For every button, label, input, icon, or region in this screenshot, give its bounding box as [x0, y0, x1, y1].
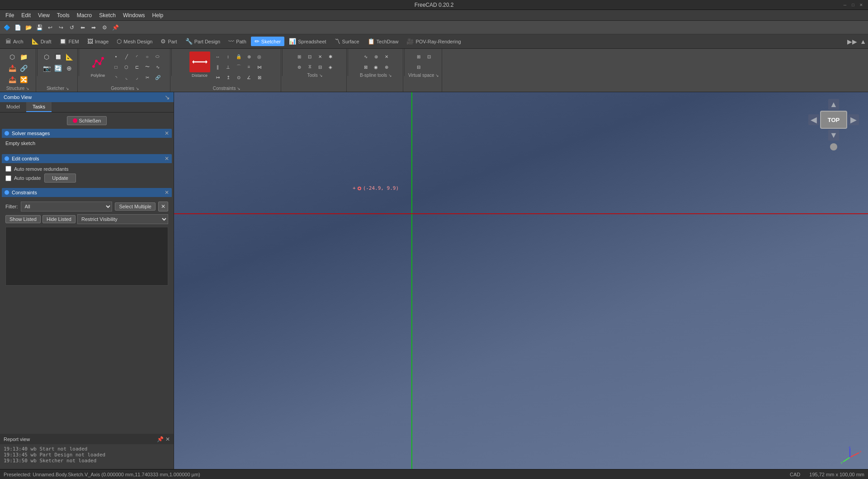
geom-bspline[interactable]: ∿ — [153, 62, 163, 72]
show-listed-button[interactable]: Show Listed — [5, 215, 41, 223]
geom-rect[interactable]: □ — [111, 62, 121, 72]
geom-spline[interactable]: 〜 — [142, 62, 152, 72]
wb-povray[interactable]: 🎥 POV-Ray-Rendering — [403, 37, 464, 46]
con-parallel[interactable]: ∥ — [213, 62, 223, 72]
bsp-btn1[interactable]: ∿ — [361, 52, 371, 61]
sk-btn5[interactable]: 🔄 — [52, 63, 63, 74]
vs-btn1[interactable]: ⊞ — [414, 52, 424, 61]
quick-arrow-fwd[interactable]: ➡ — [89, 23, 99, 33]
geom-arc[interactable]: ◜ — [132, 52, 142, 61]
solver-messages-header[interactable]: Solver messages ✕ — [2, 129, 172, 138]
tool-btn4[interactable]: ✱ — [326, 52, 335, 61]
edit-controls-collapse[interactable]: ✕ — [165, 155, 169, 162]
wb-fem[interactable]: 🔲 FEM — [56, 37, 82, 46]
quick-arrow-back[interactable]: ⬅ — [78, 23, 88, 33]
con-equal[interactable]: = — [244, 62, 254, 72]
wb-spreadsheet[interactable]: 📊 Spreadsheet — [285, 37, 330, 46]
update-button[interactable]: Update — [44, 174, 75, 183]
vs-btn3[interactable]: ⊟ — [414, 62, 424, 72]
hide-listed-button[interactable]: Hide Listed — [42, 215, 75, 223]
con-coincident[interactable]: ⊕ — [244, 52, 254, 61]
report-pin-btn[interactable]: 📌 — [157, 436, 164, 442]
view-top-button[interactable]: TOP — [820, 111, 847, 129]
tool-btn6[interactable]: ⧖ — [305, 62, 315, 72]
wb-surface[interactable]: 〽 Surface — [331, 37, 363, 46]
menu-tools[interactable]: Tools — [53, 11, 73, 19]
quick-undo[interactable]: ↩ — [45, 23, 55, 33]
polyline-button[interactable] — [88, 52, 108, 72]
menu-edit[interactable]: Edit — [18, 11, 34, 19]
con-block[interactable]: ⊠ — [255, 72, 264, 82]
structure-btn4[interactable]: 🔗 — [18, 63, 29, 74]
bsp-btn4[interactable]: ⊠ — [361, 62, 371, 72]
auto-remove-checkbox[interactable] — [5, 166, 11, 172]
minimize-button[interactable]: ─ — [842, 2, 848, 8]
wb-image[interactable]: 🖼 Image — [84, 37, 113, 46]
menu-macro[interactable]: Macro — [73, 11, 95, 19]
combo-view-resize[interactable]: ↘ — [165, 94, 170, 101]
tool-btn5[interactable]: ⊚ — [294, 62, 304, 72]
vs-btn2[interactable]: ⊡ — [424, 52, 434, 61]
tool-btn3[interactable]: ✕ — [315, 52, 325, 61]
quick-open[interactable]: 📂 — [24, 23, 33, 33]
select-multiple-button[interactable]: Select Multiple — [115, 202, 156, 211]
sk-btn2[interactable]: 🔲 — [52, 52, 63, 62]
con-perpendicular[interactable]: ⊥ — [223, 62, 233, 72]
wb-techdraw[interactable]: 📋 TechDraw — [364, 37, 402, 46]
filter-clear-button[interactable]: ✕ — [158, 202, 168, 211]
con-tangent[interactable]: ⌒ — [234, 62, 244, 72]
wb-part[interactable]: ⚙ Part — [157, 37, 180, 46]
geom-polygon[interactable]: ⬡ — [122, 62, 132, 72]
view-cube-dot[interactable] — [830, 143, 837, 150]
quick-new[interactable]: 📄 — [13, 23, 23, 33]
nav-right-arrow[interactable]: ▶ — [848, 114, 859, 125]
con-angle[interactable]: ∠ — [244, 72, 254, 82]
viewport[interactable]: + (-24.9, 9.9) ▲ ◀ TOP ▶ ▼ X — [174, 92, 868, 479]
tool-btn2[interactable]: ⊡ — [305, 52, 315, 61]
nav-up-arrow[interactable]: ▲ — [828, 99, 839, 110]
wb-arch[interactable]: 🏛 Arch — [2, 37, 27, 46]
constraints-collapse[interactable]: ✕ — [165, 189, 169, 196]
geom-line[interactable]: ╱ — [122, 52, 132, 61]
bsp-btn5[interactable]: ◉ — [371, 62, 381, 72]
solver-collapse[interactable]: ✕ — [165, 130, 169, 136]
bsp-btn2[interactable]: ⊛ — [371, 52, 381, 61]
sk-btn1[interactable]: ⬡ — [41, 52, 52, 62]
con-horiz[interactable]: ↔ — [213, 52, 223, 61]
con-symmetric[interactable]: ⋈ — [255, 62, 264, 72]
menu-sketch[interactable]: Sketch — [95, 11, 119, 19]
geom-point[interactable]: • — [111, 52, 121, 61]
quick-redo[interactable]: ↪ — [56, 23, 66, 33]
bsp-btn6[interactable]: ⊕ — [382, 62, 392, 72]
edit-controls-header[interactable]: Edit controls ✕ — [2, 154, 172, 163]
menu-help[interactable]: Help — [149, 11, 167, 19]
geom-arc2[interactable]: ◝ — [111, 72, 121, 82]
con-point-on[interactable]: ◎ — [255, 52, 264, 61]
geom-arc3[interactable]: ◟ — [122, 72, 132, 82]
workbench-more-btn[interactable]: ▶▶ — [847, 38, 857, 45]
tool-btn8[interactable]: ◈ — [326, 62, 335, 72]
con-radius[interactable]: ⊙ — [234, 72, 244, 82]
geom-slot[interactable]: ⊏ — [132, 62, 142, 72]
quick-freecad-icon[interactable]: 🔷 — [2, 23, 12, 33]
report-close-btn[interactable]: ✕ — [165, 436, 170, 442]
nav-left-arrow[interactable]: ◀ — [808, 114, 819, 125]
geom-ellipse[interactable]: ⬭ — [153, 52, 163, 61]
tool-btn1[interactable]: ⊞ — [294, 52, 304, 61]
sk-btn4[interactable]: 📷 — [41, 63, 52, 74]
restrict-visibility-select[interactable]: Restrict Visibility — [77, 214, 168, 224]
bsp-btn3[interactable]: ✕ — [382, 52, 392, 61]
wb-path[interactable]: 〰 Path — [225, 37, 250, 46]
tool-btn7[interactable]: ⊟ — [315, 62, 325, 72]
structure-btn2[interactable]: 📁 — [18, 52, 29, 62]
con-vert[interactable]: ↕ — [223, 52, 233, 61]
menu-file[interactable]: File — [2, 11, 18, 19]
quick-pin[interactable]: 📌 — [110, 23, 120, 33]
quick-save[interactable]: 💾 — [34, 23, 44, 33]
wb-sketcher[interactable]: ✏ Sketcher — [251, 37, 284, 46]
geom-circle[interactable]: ○ — [142, 52, 152, 61]
menu-view[interactable]: View — [34, 11, 53, 19]
auto-update-checkbox[interactable] — [5, 175, 11, 181]
structure-btn6[interactable]: 🔀 — [18, 74, 29, 85]
geom-trim[interactable]: ✂ — [142, 72, 152, 82]
